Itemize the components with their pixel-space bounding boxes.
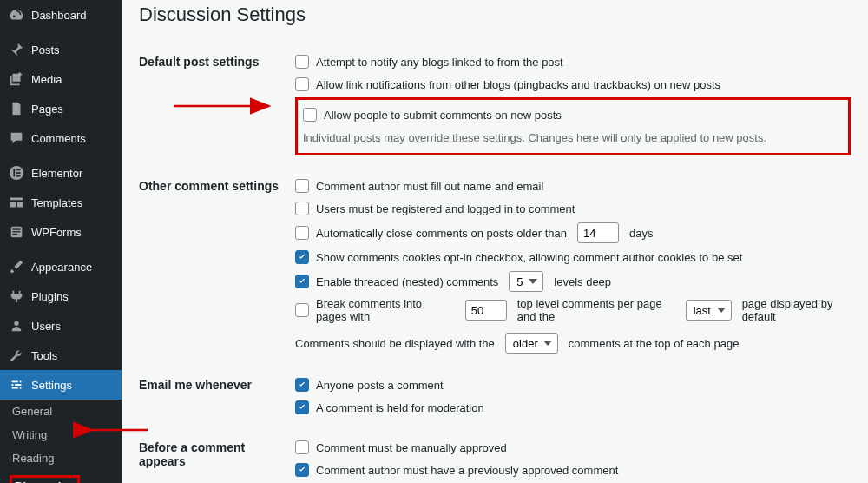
sidebar-item-label: Comments: [31, 132, 86, 145]
option-label: Comments should be displayed with the: [295, 337, 495, 350]
checkbox-auto-close[interactable]: [295, 226, 309, 240]
dashboard-icon: [9, 7, 24, 23]
settings-content: Discussion Settings Default post setting…: [122, 0, 868, 483]
checkbox-email-anyone-posts[interactable]: [295, 378, 309, 392]
option-label: Break comments into pages with: [316, 297, 455, 323]
elementor-icon: [9, 165, 24, 181]
section-heading: Other comment settings: [139, 166, 295, 365]
option-label: page displayed by default: [742, 297, 851, 323]
sidebar-item-tools[interactable]: Tools: [0, 341, 122, 370]
submenu-discussion[interactable]: Discussion: [0, 470, 122, 483]
sidebar-item-label: Pages: [31, 103, 63, 116]
sidebar-item-plugins[interactable]: Plugins: [0, 281, 122, 311]
select-default-page[interactable]: last: [686, 300, 732, 321]
option-label: Comment author must have a previously ap…: [316, 464, 618, 477]
plugin-icon: [9, 288, 24, 304]
users-icon: [9, 318, 24, 334]
sidebar-item-label: Elementor: [31, 167, 82, 180]
svg-rect-2: [16, 169, 21, 171]
templates-icon: [9, 195, 24, 210]
section-heading: Default post settings: [139, 42, 295, 166]
option-label: Attempt to notify any blogs linked to fr…: [316, 56, 563, 69]
sidebar-item-settings[interactable]: Settings: [0, 370, 122, 400]
option-label: levels deep: [554, 275, 611, 288]
sidebar-item-wpforms[interactable]: WPForms: [0, 217, 122, 247]
option-label: Enable threaded (nested) comments: [316, 275, 498, 288]
svg-rect-6: [13, 228, 21, 229]
section-heading: Before a comment appears: [139, 427, 295, 483]
option-label: Anyone posts a comment: [316, 379, 444, 392]
sidebar-item-templates[interactable]: Templates: [0, 188, 122, 217]
select-thread-depth[interactable]: 5: [509, 271, 543, 292]
svg-rect-7: [13, 231, 21, 232]
sidebar-item-dashboard[interactable]: Dashboard: [0, 0, 122, 30]
select-comment-order[interactable]: older: [505, 333, 558, 354]
option-label: days: [629, 227, 653, 240]
checkbox-allow-pingbacks[interactable]: [295, 77, 309, 91]
settings-form: Default post settings Attempt to notify …: [139, 42, 851, 483]
sidebar-item-appearance[interactable]: Appearance: [0, 252, 122, 281]
pin-icon: [9, 42, 24, 57]
wpforms-icon: [9, 224, 24, 240]
checkbox-registered[interactable]: [295, 202, 309, 215]
tools-icon: [9, 347, 24, 363]
sidebar-item-users[interactable]: Users: [0, 311, 122, 341]
input-per-page[interactable]: [465, 300, 507, 321]
sidebar-item-label: WPForms: [31, 226, 82, 239]
checkbox-name-email[interactable]: [295, 179, 309, 193]
input-close-days[interactable]: [577, 222, 619, 243]
checkbox-prev-approved[interactable]: [295, 463, 309, 477]
option-label: Show comments cookies opt-in checkbox, a…: [316, 251, 742, 264]
checkbox-manual-approve[interactable]: [295, 440, 309, 454]
option-label: Comment author must fill out name and em…: [316, 180, 543, 193]
sidebar-item-label: Posts: [31, 43, 60, 56]
sidebar-item-label: Dashboard: [31, 9, 87, 22]
option-label: Users must be registered and logged in t…: [316, 202, 575, 215]
sidebar-item-label: Plugins: [31, 290, 69, 303]
section-heading: Email me whenever: [139, 365, 295, 427]
option-label: Comment must be manually approved: [316, 441, 507, 454]
option-label: Allow link notifications from other blog…: [316, 78, 720, 91]
option-label: Automatically close comments on posts ol…: [316, 227, 567, 240]
sidebar-item-label: Users: [31, 320, 61, 333]
sidebar-item-label: Templates: [31, 196, 82, 209]
page-title: Discussion Settings: [139, 3, 851, 26]
checkbox-paginate[interactable]: [295, 303, 309, 317]
media-icon: [9, 71, 24, 87]
highlight-annotation: Allow people to submit comments on new p…: [295, 97, 851, 155]
sidebar-item-label: Appearance: [31, 261, 92, 274]
svg-point-9: [14, 321, 18, 326]
svg-rect-3: [16, 172, 21, 174]
svg-rect-1: [13, 169, 15, 177]
sidebar-item-posts[interactable]: Posts: [0, 35, 122, 64]
comment-icon: [9, 130, 24, 146]
page-icon: [9, 101, 24, 116]
brush-icon: [9, 259, 24, 275]
svg-rect-8: [13, 234, 17, 235]
option-label: A comment is held for moderation: [316, 401, 484, 414]
checkbox-email-moderation[interactable]: [295, 400, 309, 414]
sidebar-item-label: Tools: [31, 349, 57, 362]
sidebar-item-comments[interactable]: Comments: [0, 123, 122, 153]
checkbox-threaded[interactable]: [295, 275, 309, 288]
settings-icon: [9, 377, 24, 393]
sidebar-item-pages[interactable]: Pages: [0, 94, 122, 123]
checkbox-cookies-optin[interactable]: [295, 250, 309, 264]
highlight-annotation: Discussion: [10, 475, 80, 483]
option-label: top level comments per page and the: [517, 297, 675, 323]
checkbox-notify-blogs[interactable]: [295, 55, 309, 69]
sidebar-item-media[interactable]: Media: [0, 64, 122, 94]
submenu-reading[interactable]: Reading: [0, 447, 122, 470]
sidebar-item-label: Media: [31, 73, 62, 86]
checkbox-allow-comments[interactable]: [303, 108, 317, 122]
sidebar-item-label: Settings: [31, 379, 72, 392]
sidebar-item-elementor[interactable]: Elementor: [0, 158, 122, 188]
svg-rect-4: [16, 175, 21, 177]
admin-sidebar: Dashboard Posts Media Pages Comments Ele…: [0, 0, 122, 483]
description-text: Individual posts may override these sett…: [303, 126, 843, 149]
option-label: comments at the top of each page: [569, 337, 740, 350]
submenu-writing[interactable]: Writing: [0, 423, 122, 447]
submenu-general[interactable]: General: [0, 400, 122, 423]
option-label: Allow people to submit comments on new p…: [324, 109, 562, 122]
